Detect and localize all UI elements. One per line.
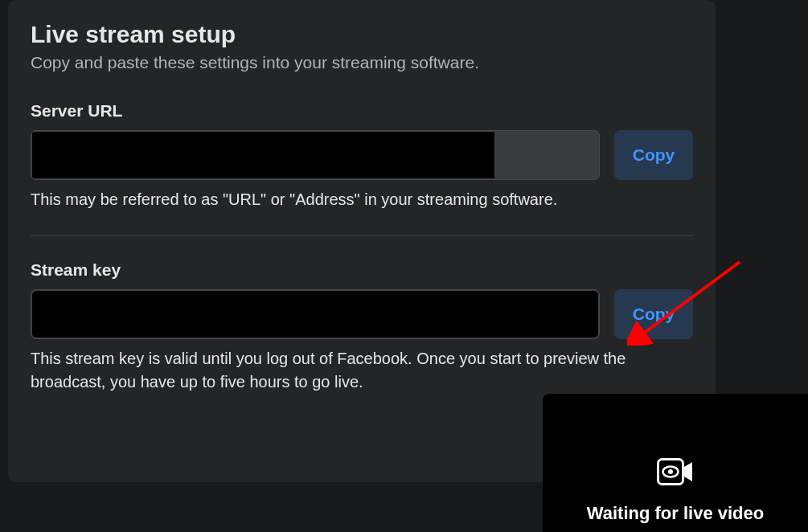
svg-point-4 [668, 469, 673, 474]
live-preview-card: Waiting for live video [543, 394, 808, 532]
panel-title: Live stream setup [31, 21, 693, 48]
camera-eye-icon [657, 458, 694, 489]
server-url-help: This may be referred to as "URL" or "Add… [31, 188, 693, 211]
preview-status-text: Waiting for live video [587, 503, 764, 524]
stream-key-input[interactable] [31, 289, 600, 339]
stream-key-row: Copy [31, 289, 693, 339]
stream-key-section: Stream key Copy This stream key is valid… [31, 260, 693, 394]
redaction-block [32, 132, 494, 178]
panel-subtitle: Copy and paste these settings into your … [31, 53, 693, 72]
server-url-label: Server URL [31, 101, 693, 121]
server-url-row: Copy [31, 130, 693, 180]
copy-server-url-button[interactable]: Copy [614, 130, 693, 180]
redaction-block [32, 291, 598, 338]
stream-key-help: This stream key is valid until you log o… [31, 347, 693, 394]
server-url-input[interactable] [31, 130, 600, 180]
stream-key-label: Stream key [31, 260, 693, 280]
server-url-section: Server URL Copy This may be referred to … [31, 101, 693, 211]
divider [31, 235, 693, 236]
copy-stream-key-button[interactable]: Copy [614, 289, 693, 339]
